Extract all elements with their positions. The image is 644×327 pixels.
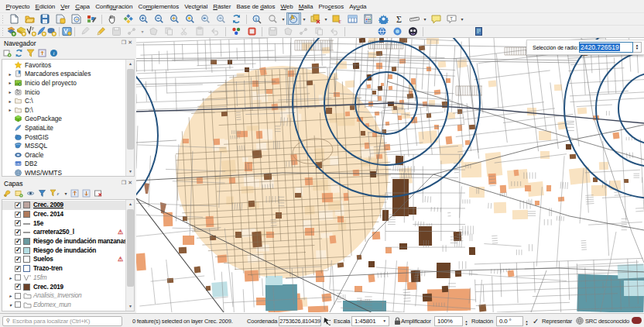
svg-text:DB2: DB2: [15, 162, 22, 166]
svg-text:ε: ε: [338, 18, 341, 24]
svg-text:ε: ε: [57, 191, 60, 197]
svg-text:T: T: [450, 16, 453, 21]
svg-text:Σ: Σ: [396, 14, 402, 24]
svg-text:i: i: [53, 50, 55, 57]
svg-text:i: i: [255, 16, 257, 22]
